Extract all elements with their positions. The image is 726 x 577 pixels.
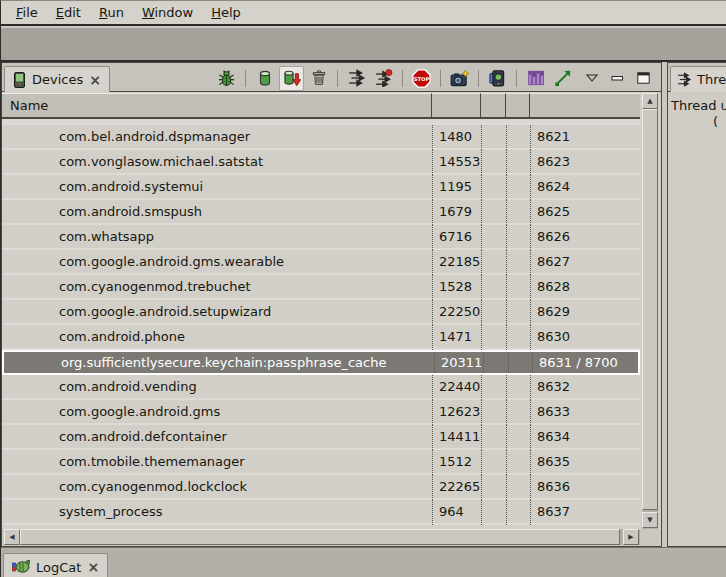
- menu-file[interactable]: File: [7, 2, 47, 23]
- table-row[interactable]: system_process9648637: [2, 500, 640, 525]
- process-port: 8626: [530, 225, 640, 250]
- table-row[interactable]: com.google.android.gms126238633: [2, 400, 640, 425]
- capture-system-state-icon[interactable]: [523, 66, 548, 91]
- empty-cell: [481, 225, 506, 250]
- scroll-left-button[interactable]: ◀: [4, 529, 20, 545]
- threads-message-line2: (: [713, 114, 718, 129]
- menu-run[interactable]: Run: [90, 2, 133, 23]
- empty-cell: [481, 150, 506, 175]
- tab-devices[interactable]: Devices ×: [4, 66, 110, 92]
- empty-cell: [481, 250, 506, 275]
- process-port: 8635: [530, 450, 640, 475]
- table-row[interactable]: com.cyanogenmod.lockclock222658636: [2, 475, 640, 500]
- process-name: com.vonglasow.michael.satstat: [2, 150, 432, 175]
- table-row[interactable]: com.vonglasow.michael.satstat145538623: [2, 150, 640, 175]
- close-icon[interactable]: ×: [89, 73, 101, 87]
- scroll-right-button[interactable]: ▶: [623, 529, 639, 545]
- empty-cell: [483, 352, 508, 373]
- table-row[interactable]: com.google.android.setupwizard222508629: [2, 300, 640, 325]
- table-row[interactable]: com.google.android.gms.wearable221858627: [2, 250, 640, 275]
- toolbar-separator: [440, 70, 441, 87]
- process-pid: 22185: [432, 250, 481, 275]
- table-row[interactable]: com.android.defcontainer144118634: [2, 425, 640, 450]
- menu-edit[interactable]: Edit: [47, 2, 90, 23]
- cause-gc-icon[interactable]: [306, 66, 331, 91]
- stop-process-icon[interactable]: STOP: [409, 66, 434, 91]
- column-header-3[interactable]: [506, 93, 530, 117]
- process-name: com.whatsapp: [2, 225, 432, 250]
- table-row[interactable]: com.android.smspush16798625: [2, 200, 640, 225]
- view-menu-icon[interactable]: [582, 66, 601, 91]
- table-row[interactable]: com.android.systemui11958624: [2, 175, 640, 200]
- horizontal-scrollbar[interactable]: ◀ ▶: [2, 529, 660, 546]
- table-row[interactable]: com.android.phone14718630: [2, 325, 640, 350]
- tab-threads[interactable]: Threa: [670, 66, 726, 92]
- process-port: 8623: [530, 150, 640, 175]
- table-row[interactable]: com.whatsapp67168626: [2, 225, 640, 250]
- process-pid: 1195: [432, 175, 481, 200]
- toolbar-separator: [337, 70, 338, 87]
- scroll-down-button[interactable]: ▼: [642, 512, 658, 528]
- menu-help[interactable]: Help: [202, 2, 250, 23]
- empty-cell: [506, 300, 530, 325]
- process-name: com.tmobile.thememanager: [2, 450, 432, 475]
- vertical-scrollbar[interactable]: ▲ ▼: [642, 93, 658, 529]
- threads-view: Threa Thread up (: [667, 62, 726, 547]
- empty-cell: [506, 150, 530, 175]
- empty-cell: [506, 200, 530, 225]
- scroll-up-button[interactable]: ▲: [642, 93, 658, 109]
- menu-window[interactable]: Window: [133, 2, 202, 23]
- process-port: 8633: [530, 400, 640, 425]
- process-port: 8632: [530, 375, 640, 400]
- empty-cell: [506, 450, 530, 475]
- start-opengl-trace-icon[interactable]: [550, 66, 575, 91]
- table-row[interactable]: com.android.vending224408632: [2, 375, 640, 400]
- empty-cell: [481, 300, 506, 325]
- screen-capture-icon[interactable]: [447, 66, 472, 91]
- menu-bar: FileEditRunWindowHelp: [1, 1, 726, 26]
- dump-hprof-icon[interactable]: [279, 66, 304, 91]
- tab-logcat[interactable]: LogCat ×: [3, 553, 108, 577]
- start-method-profiling-icon[interactable]: [371, 66, 396, 91]
- logcat-panel: LogCat ×: [1, 547, 726, 577]
- process-name: com.cyanogenmod.lockclock: [2, 475, 432, 500]
- column-header-2[interactable]: [481, 93, 506, 117]
- empty-cell: [506, 175, 530, 200]
- process-port: 8627: [530, 250, 640, 275]
- process-name: com.android.vending: [2, 375, 432, 400]
- update-heap-icon[interactable]: [252, 66, 277, 91]
- minimize-icon[interactable]: [608, 66, 627, 91]
- table-row[interactable]: com.cyanogenmod.trebuchet15288628: [2, 275, 640, 300]
- process-name: com.bel.android.dspmanager: [2, 125, 432, 150]
- table-row-selected[interactable]: org.sufficientlysecure.keychain:passphra…: [2, 350, 640, 375]
- tab-threads-label: Threa: [697, 72, 726, 87]
- empty-cell: [481, 425, 506, 450]
- process-pid: 14553: [432, 150, 481, 175]
- process-name: com.cyanogenmod.trebuchet: [2, 275, 432, 300]
- table-row[interactable]: com.tmobile.thememanager15128635: [2, 450, 640, 475]
- column-header-name[interactable]: Name: [2, 93, 432, 117]
- table-header: Name: [2, 93, 640, 119]
- process-pid: 1679: [432, 200, 481, 225]
- close-icon[interactable]: ×: [87, 560, 99, 574]
- table-row[interactable]: com.bel.android.dspmanager14808621: [2, 125, 640, 150]
- column-header-1[interactable]: [432, 93, 481, 117]
- tab-logcat-label: LogCat: [36, 560, 81, 575]
- horizontal-scroll-thumb[interactable]: [20, 529, 620, 545]
- column-header-4[interactable]: [530, 93, 640, 117]
- device-screen-icon[interactable]: [485, 66, 510, 91]
- toolbar-separator: [516, 70, 517, 87]
- process-pid: 22250: [432, 300, 481, 325]
- debug-attach-icon[interactable]: [214, 66, 239, 91]
- process-name: com.google.android.gms: [2, 400, 432, 425]
- update-threads-icon[interactable]: [344, 66, 369, 91]
- process-pid: 1480: [432, 125, 481, 150]
- empty-cell: [506, 475, 530, 500]
- empty-cell: [506, 225, 530, 250]
- process-pid: 964: [432, 500, 481, 525]
- vertical-scroll-thumb[interactable]: [642, 109, 658, 510]
- toolbar-separator: [245, 70, 246, 87]
- process-port: 8634: [530, 425, 640, 450]
- process-pid: 1512: [432, 450, 481, 475]
- maximize-icon[interactable]: [634, 66, 653, 91]
